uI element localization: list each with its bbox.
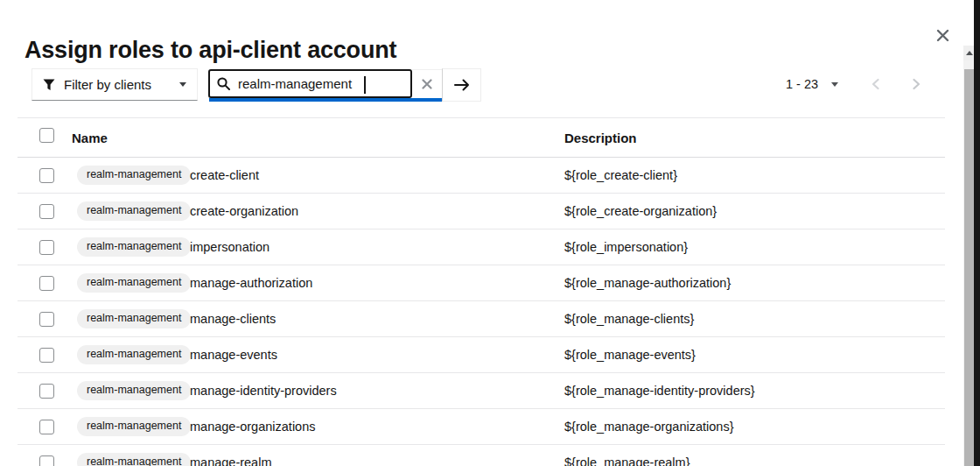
page-title: Assign roles to api-client account (24, 37, 396, 64)
table-row: realm-management create-client ${role_cr… (18, 158, 945, 194)
triangle-up-icon (966, 51, 973, 55)
role-description: ${role_create-client} (564, 168, 677, 182)
role-name: create-organization (190, 204, 298, 218)
role-name: manage-authorization (190, 276, 312, 290)
role-description: ${role_manage-events} (564, 348, 696, 362)
role-name: manage-organizations (190, 420, 315, 434)
row-checkbox[interactable] (39, 168, 54, 183)
role-description: ${role_create-organization} (564, 204, 717, 218)
search-group (208, 68, 481, 102)
chevron-right-icon (912, 78, 921, 90)
search-submit-button[interactable] (442, 68, 481, 102)
client-badge: realm-management (77, 237, 191, 257)
role-description: ${role_manage-organizations} (564, 420, 733, 434)
client-badge: realm-management (77, 381, 191, 400)
chevron-left-icon (871, 78, 880, 90)
column-header-name: Name (72, 131, 108, 145)
table-row: realm-management manage-realm ${role_man… (18, 445, 945, 466)
client-badge: realm-management (77, 309, 191, 328)
table-header-row: Name Description (18, 118, 945, 158)
client-badge: realm-management (77, 166, 191, 185)
role-name: manage-realm (190, 455, 272, 466)
search-focus-underline (209, 98, 442, 102)
table-row: realm-management create-organization ${r… (18, 194, 945, 229)
clear-icon (422, 79, 432, 89)
role-name: manage-clients (190, 312, 276, 326)
chevron-down-icon (179, 82, 186, 87)
row-checkbox[interactable] (39, 276, 54, 291)
role-description: ${role_manage-clients} (564, 312, 694, 326)
pagination-range: 1 - 23 (786, 77, 818, 91)
table-row: realm-management manage-identity-provide… (18, 373, 945, 409)
row-checkbox[interactable] (39, 240, 54, 255)
filter-type-select[interactable]: Filter by clients (32, 68, 198, 101)
role-name: manage-identity-providers (190, 384, 337, 398)
client-badge: realm-management (77, 273, 191, 293)
row-checkbox[interactable] (39, 348, 54, 363)
pagination-next-button[interactable] (906, 74, 927, 95)
role-description: ${role_manage-authorization} (564, 276, 731, 290)
filter-icon (43, 79, 55, 91)
select-all-checkbox[interactable] (39, 128, 54, 143)
table-row: realm-management manage-organizations ${… (18, 409, 945, 445)
pagination-options-toggle[interactable] (825, 76, 844, 92)
close-button[interactable] (931, 25, 954, 46)
text-cursor (364, 76, 366, 94)
role-name: impersonation (190, 240, 270, 254)
column-header-description: Description (564, 131, 637, 145)
search-box (208, 69, 412, 98)
row-checkbox[interactable] (39, 384, 54, 399)
client-badge: realm-management (77, 453, 191, 466)
close-icon (936, 29, 949, 42)
role-description: ${role_manage-identity-providers} (564, 384, 755, 398)
row-checkbox[interactable] (39, 420, 54, 434)
table-row: realm-management manage-events ${role_ma… (18, 337, 945, 373)
filter-select-label: Filter by clients (64, 77, 171, 92)
row-checkbox[interactable] (39, 455, 54, 466)
client-badge: realm-management (77, 345, 191, 364)
search-icon (217, 77, 230, 90)
client-badge: realm-management (77, 201, 191, 221)
role-description: ${role_manage-realm} (564, 455, 690, 466)
row-checkbox[interactable] (39, 312, 54, 327)
pagination-prev-button[interactable] (864, 74, 886, 95)
role-description: ${role_impersonation} (564, 240, 688, 254)
row-checkbox[interactable] (39, 204, 54, 219)
caret-down-icon (831, 82, 838, 87)
table-row: realm-management impersonation ${role_im… (18, 229, 945, 265)
arrow-right-icon (454, 79, 470, 91)
table-row: realm-management manage-clients ${role_m… (18, 301, 945, 337)
scrollbar-thumb[interactable] (964, 69, 974, 466)
table-row: realm-management manage-authorization ${… (18, 265, 945, 301)
clear-search-button[interactable] (412, 69, 442, 98)
role-name: manage-events (190, 348, 277, 362)
window-edge (974, 0, 980, 466)
client-badge: realm-management (77, 417, 191, 436)
role-name: create-client (190, 168, 259, 182)
